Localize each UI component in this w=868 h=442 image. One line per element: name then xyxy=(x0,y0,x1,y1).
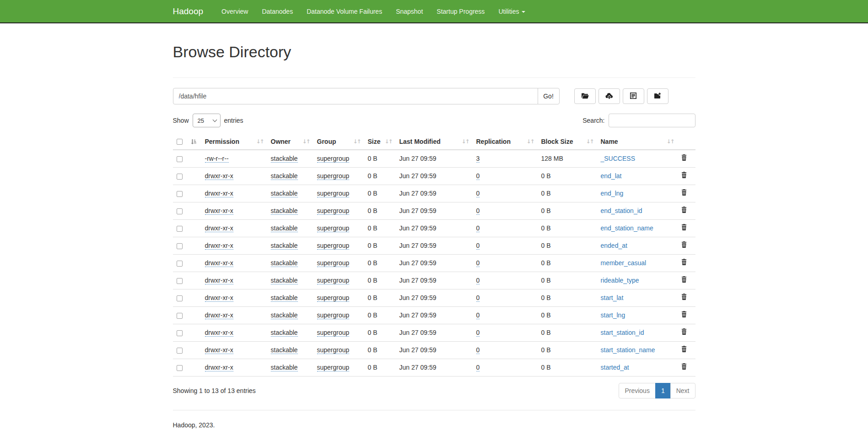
owner-editable[interactable]: stackable xyxy=(271,311,298,319)
owner-editable[interactable]: stackable xyxy=(271,329,298,337)
replication-editable[interactable]: 0 xyxy=(476,190,480,197)
replication-editable[interactable]: 0 xyxy=(476,364,480,371)
column-header-block-size[interactable]: Block Size↓↑ xyxy=(538,134,597,150)
nav-item-overview[interactable]: Overview xyxy=(215,8,255,15)
group-editable[interactable]: supergroup xyxy=(317,207,350,215)
group-editable[interactable]: supergroup xyxy=(317,224,350,232)
permission-editable[interactable]: drwxr-xr-x xyxy=(205,294,233,302)
nav-item-datanode-volume-failures[interactable]: Datanode Volume Failures xyxy=(300,8,389,15)
delete-trash-icon[interactable] xyxy=(681,259,687,265)
row-checkbox[interactable] xyxy=(177,174,183,180)
row-checkbox[interactable] xyxy=(177,261,183,267)
file-link[interactable]: end_lat xyxy=(601,172,622,180)
owner-editable[interactable]: stackable xyxy=(271,190,298,197)
owner-editable[interactable]: stackable xyxy=(271,277,298,284)
file-link[interactable]: start_station_name xyxy=(601,346,655,354)
group-editable[interactable]: supergroup xyxy=(317,172,350,180)
nav-item-snapshot[interactable]: Snapshot xyxy=(389,8,430,15)
group-editable[interactable]: supergroup xyxy=(317,277,350,284)
replication-editable[interactable]: 0 xyxy=(476,311,480,319)
permission-editable[interactable]: drwxr-xr-x xyxy=(205,190,233,197)
select-all-checkbox[interactable] xyxy=(177,139,183,145)
file-link[interactable]: start_station_id xyxy=(601,329,644,336)
permission-editable[interactable]: drwxr-xr-x xyxy=(205,259,233,267)
file-link[interactable]: start_lat xyxy=(601,294,624,301)
replication-editable[interactable]: 0 xyxy=(476,346,480,354)
create-directory-button[interactable] xyxy=(574,88,596,104)
file-link[interactable]: end_station_id xyxy=(601,207,642,214)
select-all-header[interactable] xyxy=(173,134,201,150)
file-link[interactable]: _SUCCESS xyxy=(601,155,635,162)
owner-editable[interactable]: stackable xyxy=(271,155,298,163)
replication-editable[interactable]: 0 xyxy=(476,329,480,337)
replication-editable[interactable]: 0 xyxy=(476,172,480,180)
replication-editable[interactable]: 0 xyxy=(476,224,480,232)
permission-editable[interactable]: drwxr-xr-x xyxy=(205,311,233,319)
delete-trash-icon[interactable] xyxy=(681,154,687,161)
row-checkbox[interactable] xyxy=(177,313,183,319)
permission-editable[interactable]: drwxr-xr-x xyxy=(205,242,233,250)
owner-editable[interactable]: stackable xyxy=(271,172,298,180)
directory-path-input[interactable] xyxy=(173,88,538,104)
search-input[interactable] xyxy=(609,114,695,127)
row-checkbox[interactable] xyxy=(177,208,183,214)
move-paste-button[interactable] xyxy=(647,88,669,104)
delete-trash-icon[interactable] xyxy=(681,311,687,317)
group-editable[interactable]: supergroup xyxy=(317,311,350,319)
page-1-button[interactable]: 1 xyxy=(655,383,671,398)
nav-item-utilities[interactable]: Utilities xyxy=(491,8,532,15)
file-link[interactable]: end_lng xyxy=(601,190,624,197)
owner-editable[interactable]: stackable xyxy=(271,224,298,232)
next-page-button[interactable]: Next xyxy=(670,383,695,398)
column-header-owner[interactable]: Owner↓↑ xyxy=(267,134,313,150)
group-editable[interactable]: supergroup xyxy=(317,329,350,337)
delete-trash-icon[interactable] xyxy=(681,363,687,370)
replication-editable[interactable]: 0 xyxy=(476,242,480,250)
file-link[interactable]: ended_at xyxy=(601,242,627,249)
file-link[interactable]: end_station_name xyxy=(601,224,653,232)
replication-editable[interactable]: 0 xyxy=(476,259,480,267)
permission-editable[interactable]: -rw-r--r-- xyxy=(205,155,229,163)
file-link[interactable]: member_casual xyxy=(601,259,647,267)
permission-editable[interactable]: drwxr-xr-x xyxy=(205,364,233,371)
file-link[interactable]: rideable_type xyxy=(601,277,639,284)
group-editable[interactable]: supergroup xyxy=(317,346,350,354)
owner-editable[interactable]: stackable xyxy=(271,242,298,250)
owner-editable[interactable]: stackable xyxy=(271,346,298,354)
owner-editable[interactable]: stackable xyxy=(271,207,298,215)
nav-item-startup-progress[interactable]: Startup Progress xyxy=(430,8,491,15)
column-header-name[interactable]: Name↓↑ xyxy=(597,134,678,150)
row-checkbox[interactable] xyxy=(177,365,183,371)
delete-trash-icon[interactable] xyxy=(681,294,687,300)
row-checkbox[interactable] xyxy=(177,191,183,197)
delete-trash-icon[interactable] xyxy=(681,241,687,248)
page-size-select[interactable]: 25 xyxy=(193,114,221,127)
file-link[interactable]: start_lng xyxy=(601,311,625,319)
owner-editable[interactable]: stackable xyxy=(271,364,298,371)
previous-page-button[interactable]: Previous xyxy=(619,383,655,398)
owner-editable[interactable]: stackable xyxy=(271,294,298,302)
delete-trash-icon[interactable] xyxy=(681,172,687,178)
delete-trash-icon[interactable] xyxy=(681,207,687,213)
row-checkbox[interactable] xyxy=(177,156,183,162)
group-editable[interactable]: supergroup xyxy=(317,364,350,371)
permission-editable[interactable]: drwxr-xr-x xyxy=(205,224,233,232)
tasks-button[interactable] xyxy=(623,88,644,104)
delete-trash-icon[interactable] xyxy=(681,328,687,335)
group-editable[interactable]: supergroup xyxy=(317,242,350,250)
file-link[interactable]: started_at xyxy=(601,364,629,371)
owner-editable[interactable]: stackable xyxy=(271,259,298,267)
column-header-size[interactable]: Size↓↑ xyxy=(364,134,396,150)
permission-editable[interactable]: drwxr-xr-x xyxy=(205,346,233,354)
go-button[interactable]: Go! xyxy=(538,88,560,104)
row-checkbox[interactable] xyxy=(177,330,183,336)
row-checkbox[interactable] xyxy=(177,278,183,284)
column-header-group[interactable]: Group↓↑ xyxy=(313,134,364,150)
group-editable[interactable]: supergroup xyxy=(317,294,350,302)
permission-editable[interactable]: drwxr-xr-x xyxy=(205,329,233,337)
nav-item-datanodes[interactable]: Datanodes xyxy=(255,8,300,15)
group-editable[interactable]: supergroup xyxy=(317,259,350,267)
permission-editable[interactable]: drwxr-xr-x xyxy=(205,172,233,180)
permission-editable[interactable]: drwxr-xr-x xyxy=(205,277,233,284)
column-header-replication[interactable]: Replication↓↑ xyxy=(473,134,538,150)
